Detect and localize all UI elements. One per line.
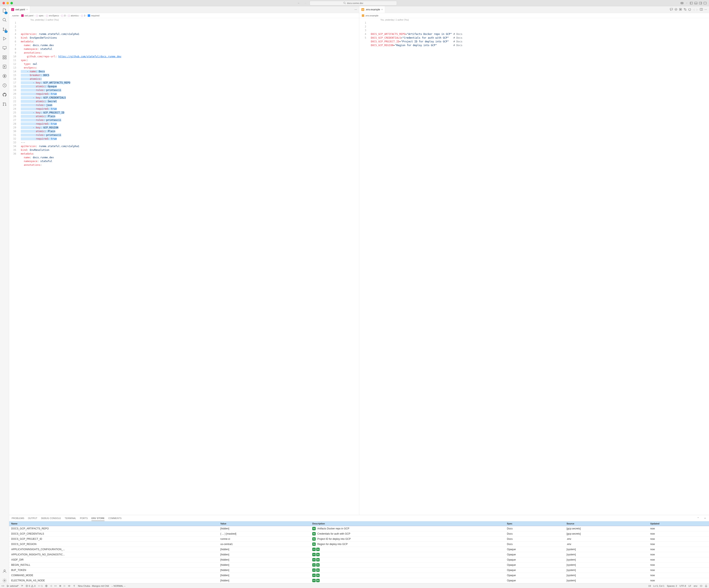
tab-env-example[interactable]: ⚙ .env.example × <box>359 6 385 13</box>
pull-requests-icon[interactable] <box>2 102 7 107</box>
panel-tab-problems[interactable]: PROBLEMS <box>11 517 24 519</box>
table-row[interactable]: APPLICATIONINSIGHTS_CONFIGURATION_...[hi… <box>9 547 709 552</box>
timeline-icon[interactable] <box>2 83 7 88</box>
column-header[interactable]: Value <box>218 521 310 526</box>
tab-owl-yaml[interactable]: Y owl.yaml × <box>9 6 30 13</box>
encoding[interactable]: UTF-8 <box>680 585 686 587</box>
explorer-icon[interactable]: 1 <box>2 8 7 14</box>
pin-icon[interactable] <box>73 585 75 587</box>
copy-icon[interactable] <box>316 568 320 572</box>
now-playing[interactable]: Nina Chuba - Mangos mit Chili <box>78 585 109 587</box>
prev-change-icon[interactable]: ◁ <box>693 8 695 11</box>
problems-count[interactable]: 0 0 <box>26 585 35 587</box>
code-line[interactable]: DOCS_GCP_CREDENTIALS="Credentials for au… <box>371 36 709 40</box>
settings-gear-icon[interactable] <box>2 578 7 583</box>
panel-tab-output[interactable]: OUTPUT <box>28 517 37 519</box>
code-line[interactable]: atomics: <box>21 77 359 81</box>
runme-icon[interactable] <box>2 74 7 79</box>
code-line[interactable]: envSpecs: <box>21 66 359 70</box>
breadcrumb-segment[interactable]: { }0 <box>61 14 65 17</box>
code-line[interactable]: namespace: stateful <box>21 47 359 51</box>
code-line[interactable]: --- <box>21 141 359 144</box>
code-line[interactable]: DOCS_GCP_ARTIFACTS_REPO="Artifacts Docke… <box>371 32 709 36</box>
editor-body-left[interactable]: 1234567891011121314151617181920212223242… <box>9 18 359 515</box>
radio-tower-icon[interactable] <box>54 585 57 587</box>
close-icon[interactable]: × <box>26 8 28 11</box>
remote-indicator[interactable] <box>2 585 4 587</box>
editor-body-right[interactable]: 12345 You, yesterday | 1 author (You) DO… <box>359 18 709 515</box>
close-window[interactable] <box>2 2 5 4</box>
selection-count[interactable]: 19 <box>648 585 651 587</box>
breadcrumb-segment[interactable]: [ ]atomics <box>68 14 79 17</box>
column-header[interactable]: Description <box>310 521 505 526</box>
reveal-icon[interactable] <box>312 563 316 567</box>
panel-close-icon[interactable]: × <box>704 517 707 519</box>
code-line[interactable]: apiVersion: runme.stateful.com/v1alpha1 <box>21 144 359 148</box>
reveal-icon[interactable] <box>312 574 316 577</box>
table-row[interactable]: APPLICATION_INSIGHTS_NO_DIAGNOSTIC...[hi… <box>9 552 709 557</box>
codelens[interactable]: You, yesterday | 1 author (You) <box>380 18 409 22</box>
column-header[interactable]: Name <box>9 521 218 526</box>
ports-count[interactable]: 1 <box>38 585 43 587</box>
sync-icon[interactable]: ⟳ <box>21 585 23 587</box>
minimize-window[interactable] <box>6 2 9 4</box>
copy-icon[interactable] <box>316 548 320 551</box>
code-line[interactable]: rules: printascii <box>21 133 359 137</box>
check-icon[interactable] <box>675 8 677 11</box>
code-line[interactable]: required: true <box>21 122 359 126</box>
layout-panel-icon[interactable] <box>694 2 698 5</box>
indentation[interactable]: Spaces: 2 <box>667 585 677 587</box>
cursor-position[interactable]: Ln 5, Col 1 <box>653 585 664 587</box>
next-track-icon[interactable]: ▷ <box>64 585 65 587</box>
reveal-icon[interactable] <box>312 558 316 561</box>
code-line[interactable]: namespace: stateful <box>21 159 359 163</box>
code-line[interactable]: rules: json <box>21 103 359 107</box>
layout-secondary-side-icon[interactable] <box>699 2 702 5</box>
live-share-icon[interactable] <box>45 585 48 587</box>
reveal-icon[interactable] <box>312 568 316 572</box>
breadcrumb-segment[interactable]: .runme <box>11 14 19 17</box>
next-change-icon[interactable]: ▷ <box>696 8 698 11</box>
breadcrumb-segment[interactable]: { }spec <box>36 14 44 17</box>
panel-tab-env-store[interactable]: ENV STORE <box>91 517 105 521</box>
code-line[interactable]: atomic: Secret <box>21 100 359 103</box>
layout-customize-icon[interactable] <box>704 2 707 5</box>
copy-icon[interactable] <box>316 579 320 582</box>
pause-icon[interactable] <box>59 585 61 587</box>
code-line[interactable] <box>371 47 709 51</box>
code-line[interactable]: atomic: Plain <box>21 114 359 118</box>
copilot-status-icon[interactable] <box>700 585 702 587</box>
panel-tab-terminal[interactable]: TERMINAL <box>64 517 76 519</box>
code-line[interactable]: required: true <box>21 92 359 96</box>
panel-maximize-icon[interactable]: ⌃ <box>696 517 700 519</box>
source-control-icon[interactable]: 9 <box>2 27 7 32</box>
code-line[interactable]: kind: EnvResolution <box>21 148 359 152</box>
breadcrumb-segment[interactable]: [ ]envSpecs <box>46 14 59 17</box>
git-compare-icon[interactable] <box>684 8 687 11</box>
copy-icon[interactable] <box>312 542 316 546</box>
table-row[interactable]: COMMAND_MODE[hidden] Opaque[system]now <box>9 573 709 578</box>
table-row[interactable]: ELECTRON_RUN_AS_NODE[hidden] Opaque[syst… <box>9 578 709 583</box>
runme-icon[interactable] <box>679 8 682 11</box>
panel-tab-ports[interactable]: PORTS <box>80 517 88 519</box>
breadcrumbs[interactable]: .runme›owl.yaml›{ }spec›[ ]envSpecs›{ }0… <box>9 13 359 18</box>
code-line[interactable]: atomic: Plain <box>21 129 359 133</box>
copy-icon[interactable] <box>312 527 316 530</box>
code-line[interactable]: type: owl <box>21 62 359 66</box>
reveal-icon[interactable] <box>312 548 316 551</box>
code-line[interactable]: github.com/repo-url: https://github.com/… <box>21 55 359 58</box>
code-line[interactable]: - key: GCP_ARTIFACTS_REPO <box>21 81 359 85</box>
command-center[interactable]: docs.runme.dev <box>310 1 397 5</box>
extensions-icon[interactable] <box>2 55 7 60</box>
comments-icon[interactable] <box>670 8 673 11</box>
runme-notebooks-icon[interactable] <box>2 64 7 70</box>
code-line[interactable]: spec: <box>21 58 359 62</box>
mute-icon[interactable] <box>68 585 71 587</box>
search-icon[interactable] <box>2 18 7 23</box>
code-line[interactable]: name: docs.runme.dev <box>21 44 359 47</box>
prev-track-icon[interactable]: ◁ <box>50 585 52 587</box>
table-row[interactable]: BUF_TOKEN[hidden] Opaque[system]now <box>9 568 709 573</box>
close-icon[interactable]: × <box>381 8 383 11</box>
more-actions-icon[interactable]: ⋯ <box>704 8 707 11</box>
code-line[interactable]: required: true <box>21 107 359 111</box>
